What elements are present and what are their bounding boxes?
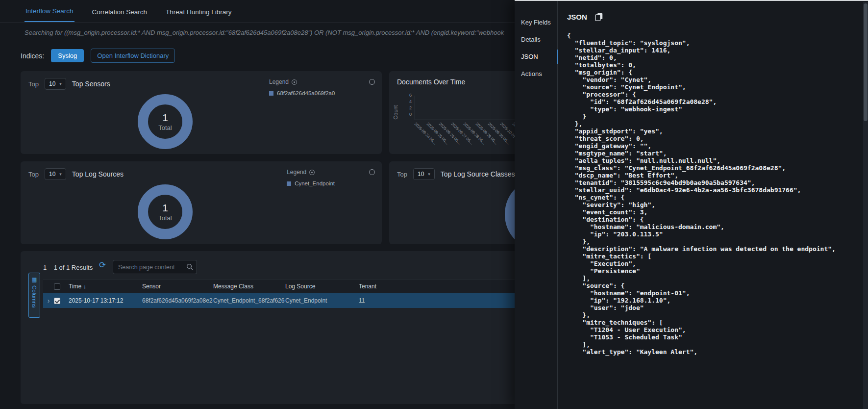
refresh-icon[interactable]: ⟳	[99, 261, 106, 269]
flyout-nav-actions[interactable]: Actions	[515, 65, 557, 82]
y-tick: 2	[403, 105, 412, 110]
chevron-down-icon: ▾	[428, 172, 430, 177]
legend-label: Legend	[287, 169, 306, 176]
select-all-checkbox[interactable]	[54, 283, 60, 290]
donut-center: 1 Total	[138, 94, 193, 149]
flyout-nav: Key Fields Details JSON Actions	[515, 1, 558, 409]
top-log-sources-donut: 1 Total	[138, 184, 193, 239]
panel-title: Top Log Sources	[72, 170, 124, 178]
indices-row: Indices: Syslog Open Interflow Dictionar…	[21, 49, 175, 63]
json-section-title: JSON	[567, 13, 587, 21]
scrollbar-track[interactable]	[863, 2, 868, 409]
x-tick-label: 2025-09-29 05…	[475, 122, 499, 146]
x-tick-label: 2025-09-25 05…	[426, 122, 450, 146]
index-syslog-button[interactable]: Syslog	[51, 49, 84, 62]
col-time[interactable]: Time↓	[69, 283, 142, 290]
tab-correlation-search[interactable]: Correlation Search	[91, 2, 149, 22]
grid-icon: ▦	[31, 276, 38, 283]
search-input[interactable]	[113, 260, 197, 274]
top-log-sources-panel: Top 10 ▾ Top Log Sources 1 Total Legend …	[21, 161, 382, 244]
json-viewer: { "fluentd_topic": "syslogjson", "stella…	[567, 32, 862, 356]
tab-threat-hunting-library[interactable]: Threat Hunting Library	[165, 2, 232, 22]
col-log-source[interactable]: Log Source	[285, 283, 359, 290]
flyout-content: JSON { "fluentd_topic": "syslogjson", "s…	[558, 1, 862, 409]
indices-label: Indices:	[21, 52, 44, 60]
y-tick: 4	[403, 99, 412, 104]
chevron-down-icon: ▾	[59, 172, 62, 177]
copy-icon[interactable]	[595, 13, 603, 21]
record-detail-flyout: Key Fields Details JSON Actions JSON { "…	[515, 0, 868, 409]
cell-sensor: 68f2af626d45a069f2a08e28	[142, 297, 213, 304]
top-label: Top	[28, 80, 39, 88]
donut-center: 1 Total	[138, 184, 193, 239]
top-sensors-panel: Top 10 ▾ Top Sensors 1 Total Legend 68f2…	[21, 71, 382, 154]
x-tick-label: 2025-09-30 05…	[487, 122, 511, 146]
legend: Legend Cynet_Endpoint	[287, 169, 335, 186]
panel-title: Documents Over Time	[397, 78, 465, 86]
col-sensor[interactable]: Sensor	[142, 283, 213, 290]
legend-item[interactable]: 68f2af626d45a069f2a08e28	[269, 90, 335, 96]
flyout-nav-json[interactable]: JSON	[515, 48, 557, 65]
panel-options-icon[interactable]	[369, 79, 375, 85]
top-count-select[interactable]: 10 ▾	[45, 168, 66, 180]
cell-time: 2025-10-17 13:17:12	[69, 297, 142, 304]
open-interflow-dictionary-button[interactable]: Open Interflow Dictionary	[91, 49, 175, 63]
y-axis-label: Count	[393, 105, 398, 119]
scrollbar-thumb[interactable]	[864, 3, 868, 121]
panel-title: Top Sensors	[72, 80, 110, 88]
legend-swatch	[269, 91, 273, 96]
search-icon	[186, 263, 193, 272]
cell-message-class: Cynet_Endpoint_68f2af626d45a069f2a08e28	[213, 297, 285, 304]
y-tick: 6	[403, 93, 412, 98]
x-tick-label: 2025-09-28 05…	[463, 122, 487, 146]
legend-swatch	[287, 181, 291, 186]
row-checkbox[interactable]	[54, 298, 60, 304]
tab-interflow-search[interactable]: Interflow Search	[25, 1, 74, 22]
x-tick-label: 2025-09-24 05…	[414, 122, 438, 146]
panel-title: Top Log Source Classes	[441, 170, 515, 178]
panel-options-icon[interactable]	[369, 169, 375, 175]
results-count: 1 – 1 of 1 Results	[43, 264, 93, 271]
x-tick-label: 2025-09-27 05…	[450, 122, 474, 146]
flyout-nav-details[interactable]: Details	[515, 31, 557, 48]
chevron-down-icon: ▾	[59, 81, 62, 86]
sort-desc-icon: ↓	[83, 283, 86, 289]
expand-row-icon[interactable]: ›	[43, 297, 54, 305]
legend-item[interactable]: Cynet_Endpoint	[287, 180, 335, 186]
page-search	[113, 260, 197, 274]
top-label: Top	[28, 171, 39, 178]
legend-label: Legend	[269, 78, 289, 85]
legend-toggle-icon[interactable]	[309, 170, 315, 175]
app-root: Interflow Search Correlation Search Thre…	[0, 0, 868, 409]
legend: Legend 68f2af626d45a069f2a08e28	[269, 78, 335, 96]
top-label: Top	[397, 171, 407, 178]
columns-button[interactable]: ▦ Columns	[28, 273, 40, 318]
x-tick-label: 2025-09-26 05…	[438, 122, 462, 146]
top-count-select[interactable]: 10 ▾	[45, 78, 66, 90]
col-message-class[interactable]: Message Class	[213, 283, 285, 290]
y-tick: 0	[403, 112, 412, 117]
legend-toggle-icon[interactable]	[292, 79, 297, 85]
flyout-nav-key-fields[interactable]: Key Fields	[515, 14, 557, 31]
top-sensors-donut: 1 Total	[138, 94, 193, 149]
cell-log-source: Cynet_Endpoint	[285, 297, 359, 304]
top-count-select[interactable]: 10 ▾	[413, 168, 435, 180]
